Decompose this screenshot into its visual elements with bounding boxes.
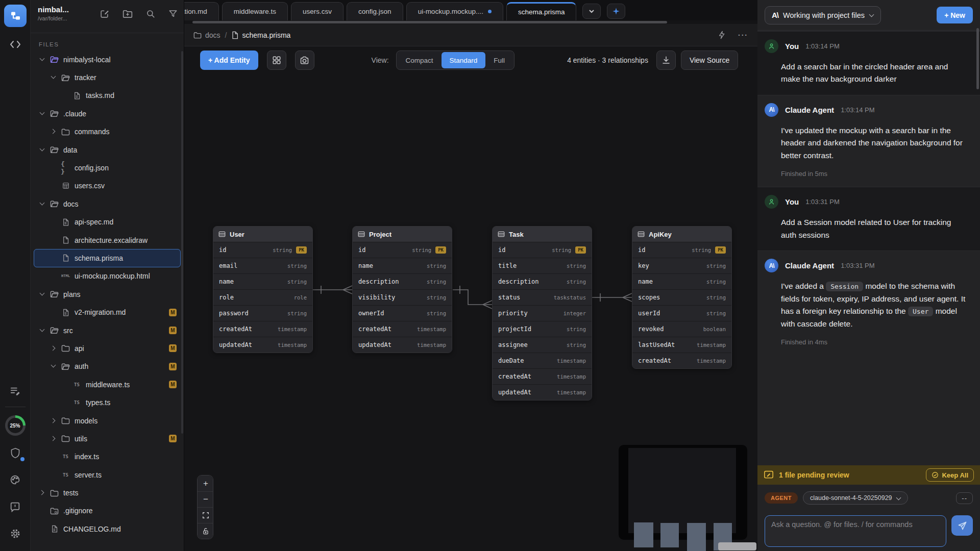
view-source-button[interactable]: View Source <box>681 51 738 70</box>
entity-field-id[interactable]: idstringPK <box>632 242 731 258</box>
settings-button[interactable] <box>0 523 31 544</box>
tab-scrollbar[interactable] <box>184 20 757 24</box>
theme-palette-button[interactable] <box>0 469 31 490</box>
tree-item-data[interactable]: data <box>34 141 181 159</box>
chevron-down-icon[interactable] <box>39 291 46 298</box>
entity-header[interactable]: Task <box>493 227 592 242</box>
code-panel-icon[interactable] <box>0 34 31 55</box>
entity-project[interactable]: ProjectidstringPKnamestringdescriptionst… <box>352 226 452 353</box>
chevron-down-icon[interactable] <box>39 56 46 63</box>
tree-item-api[interactable]: apiM <box>34 339 181 357</box>
zoom-in-button[interactable]: + <box>198 475 213 491</box>
new-chat-button[interactable]: + New <box>937 7 973 23</box>
chevron-down-icon[interactable] <box>50 363 57 370</box>
chevron-right-icon[interactable] <box>50 417 57 424</box>
tab-list-dropdown-button[interactable] <box>582 4 601 19</box>
tree-item-utils[interactable]: utilsM <box>34 430 181 447</box>
entity-field-createdAt[interactable]: createdAttimestamp <box>493 368 592 384</box>
tree-item-plans[interactable]: plans <box>34 285 181 303</box>
filter-button[interactable] <box>168 9 178 33</box>
entity-apikey[interactable]: ApiKeyidstringPKkeystringnamestringscope… <box>632 226 732 369</box>
tab-scrollbar-thumb[interactable] <box>192 21 667 23</box>
entity-field-key[interactable]: keystring <box>632 258 731 273</box>
entity-user[interactable]: UseridstringPKemailstringnamestringroler… <box>213 226 313 353</box>
entity-field-userId[interactable]: userIdstring <box>632 305 731 321</box>
tree-item-ui-mockup-mockup-html[interactable]: HTMLui-mockup.mockup.html <box>34 267 181 285</box>
tree-item-auth[interactable]: authM <box>34 358 181 375</box>
chevron-right-icon[interactable] <box>39 489 46 496</box>
chevron-down-icon[interactable] <box>39 201 46 208</box>
tree-item-api-spec-md[interactable]: api-spec.md <box>34 213 181 231</box>
tab-users-csv[interactable]: users.csv <box>291 2 344 20</box>
chat-scrollbar-thumb[interactable] <box>976 28 979 89</box>
tab-schema-prisma[interactable]: schema.prisma <box>506 2 577 20</box>
tree-item-tests[interactable]: tests <box>34 484 181 502</box>
entity-field-ownerId[interactable]: ownerIdstring <box>353 305 452 321</box>
tree-item-src[interactable]: srcM <box>34 321 181 339</box>
feedback-button[interactable] <box>0 497 31 517</box>
tree-item-models[interactable]: models <box>34 412 181 430</box>
tree-item-index-ts[interactable]: TSindex.ts <box>34 448 181 466</box>
entity-field-name[interactable]: namestring <box>353 258 452 273</box>
minimap[interactable] <box>619 445 747 540</box>
new-folder-button[interactable] <box>122 9 133 33</box>
add-entity-button[interactable]: + Add Entity <box>200 51 258 70</box>
chevron-down-icon[interactable] <box>39 110 46 117</box>
chevron-right-icon[interactable] <box>50 128 57 135</box>
chevron-right-icon[interactable] <box>50 435 57 442</box>
entity-field-createdAt[interactable]: createdAttimestamp <box>632 353 731 368</box>
tab-ui-mockup-mockup-[interactable]: ui-mockup.mockup.... <box>406 2 503 20</box>
diagram-canvas[interactable]: + Add Entity View: CompactStandardFull 4… <box>184 46 757 551</box>
new-file-button[interactable] <box>100 9 109 33</box>
entity-field-email[interactable]: emailstring <box>213 258 312 273</box>
usage-ring[interactable]: 25% <box>5 415 26 436</box>
canvas-scrollbar-thumb[interactable] <box>718 542 756 550</box>
entity-field-id[interactable]: idstringPK <box>213 242 312 258</box>
chevron-down-icon[interactable] <box>39 327 46 334</box>
entity-task[interactable]: TaskidstringPKtitlestringdescriptionstri… <box>492 226 592 400</box>
fit-view-button[interactable] <box>198 507 213 523</box>
entity-field-assignee[interactable]: assigneestring <box>493 337 592 353</box>
chevron-right-icon[interactable] <box>50 345 57 352</box>
sidebar-scrollbar[interactable] <box>181 51 183 434</box>
app-logo[interactable] <box>4 5 27 27</box>
tree-item-architecture-excalidraw[interactable]: architecture.excalidraw <box>34 231 181 249</box>
chat-input[interactable] <box>765 515 946 547</box>
entity-field-projectId[interactable]: projectIdstring <box>493 321 592 337</box>
breadcrumb-folder[interactable]: docs <box>193 31 220 39</box>
entity-field-lastUsedAt[interactable]: lastUsedAttimestamp <box>632 337 731 353</box>
new-tab-sparkle-button[interactable] <box>607 4 625 19</box>
security-shield-button[interactable] <box>0 443 31 463</box>
tree-item--claude[interactable]: .claude <box>34 105 181 122</box>
zoom-out-button[interactable]: − <box>198 491 213 507</box>
entity-field-role[interactable]: rolerole <box>213 289 312 305</box>
chevron-down-icon[interactable] <box>39 146 46 154</box>
tree-item-middleware-ts[interactable]: TSmiddleware.tsM <box>34 375 181 393</box>
more-options-button[interactable]: ··· <box>738 31 748 39</box>
tree-item-commands[interactable]: commands <box>34 123 181 141</box>
tab-ation-md[interactable]: ation.md <box>184 2 219 20</box>
snapshot-button[interactable] <box>295 51 314 70</box>
view-mode-full[interactable]: Full <box>485 52 513 68</box>
entity-field-title[interactable]: titlestring <box>493 258 592 273</box>
entity-field-updatedAt[interactable]: updatedAttimestamp <box>353 337 452 353</box>
tree-item-config-json[interactable]: { }config.json <box>34 159 181 177</box>
tree-item-types-ts[interactable]: TStypes.ts <box>34 393 181 411</box>
send-button[interactable] <box>951 515 973 536</box>
entity-field-password[interactable]: passwordstring <box>213 305 312 321</box>
entity-field-revoked[interactable]: revokedboolean <box>632 321 731 337</box>
entity-field-createdAt[interactable]: createdAttimestamp <box>353 321 452 337</box>
entity-field-updatedAt[interactable]: updatedAttimestamp <box>213 337 312 353</box>
entity-field-name[interactable]: namestring <box>213 273 312 289</box>
entity-field-status[interactable]: statustaskstatus <box>493 289 592 305</box>
quick-actions-button[interactable] <box>718 31 726 39</box>
entity-field-priority[interactable]: priorityinteger <box>493 305 592 321</box>
chevron-down-icon[interactable] <box>50 74 57 81</box>
entity-field-dueDate[interactable]: dueDatetimestamp <box>493 353 592 368</box>
tab-config-json[interactable]: config.json <box>347 2 403 20</box>
notes-edit-icon[interactable] <box>0 381 31 402</box>
tree-item-users-csv[interactable]: users.csv <box>34 177 181 195</box>
tree-item-changelog-md[interactable]: CHANGELOG.md <box>34 520 181 538</box>
entity-field-description[interactable]: descriptionstring <box>493 273 592 289</box>
entity-field-name[interactable]: namestring <box>632 273 731 289</box>
